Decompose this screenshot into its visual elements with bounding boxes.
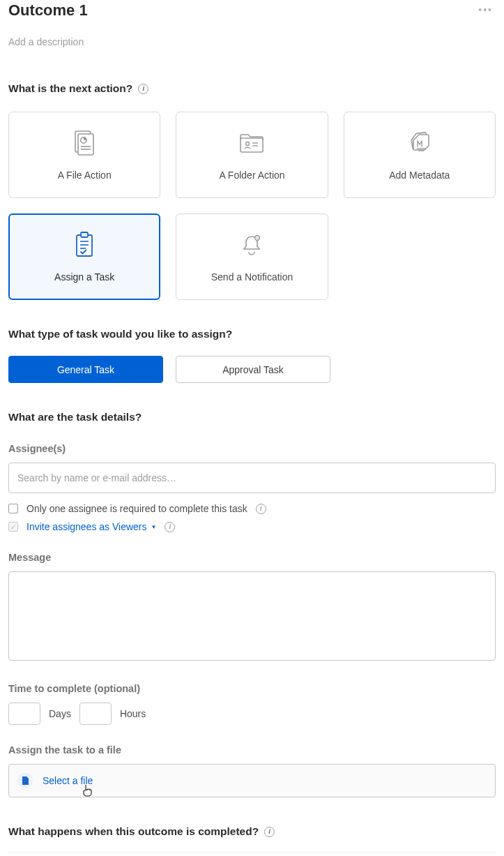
invite-assignees-row[interactable]: ✓ Invite assignees as Viewers ▼ i <box>8 521 496 532</box>
action-card-label: A File Action <box>58 170 112 181</box>
task-type-heading: What type of task would you like to assi… <box>8 328 496 340</box>
checkbox-unchecked-icon[interactable] <box>8 504 18 513</box>
hours-label: Hours <box>120 708 146 719</box>
time-to-complete-label: Time to complete (optional) <box>8 683 496 694</box>
hours-input[interactable] <box>79 703 112 725</box>
action-card-send-notification[interactable]: Send a Notification <box>176 213 328 300</box>
approval-task-button[interactable]: Approval Task <box>176 356 330 383</box>
action-card-file-action[interactable]: A File Action <box>8 112 160 198</box>
action-card-folder-action[interactable]: A Folder Action <box>176 112 328 198</box>
action-card-label: A Folder Action <box>219 170 284 181</box>
completion-heading-text: What happens when this outcome is comple… <box>8 825 259 838</box>
info-icon[interactable]: i <box>138 84 148 94</box>
task-type-heading-text: What type of task would you like to assi… <box>8 328 232 340</box>
completion-heading: What happens when this outcome is comple… <box>8 825 496 838</box>
svg-point-16 <box>255 236 260 241</box>
days-input[interactable] <box>8 703 40 725</box>
next-action-heading: What is the next action? i <box>8 82 496 95</box>
metadata-tag-icon <box>405 129 434 157</box>
assignees-input[interactable] <box>8 463 496 493</box>
task-details-heading: What are the task details? <box>8 411 496 423</box>
select-file-button[interactable]: Select a file <box>8 764 496 797</box>
file-icon <box>17 773 33 788</box>
folder-icon <box>237 129 266 157</box>
only-one-assignee-label: Only one assignee is required to complet… <box>26 503 247 514</box>
svg-rect-1 <box>78 134 93 155</box>
next-action-heading-text: What is the next action? <box>8 82 132 95</box>
info-icon[interactable]: i <box>165 522 175 532</box>
checkbox-checked-icon[interactable]: ✓ <box>8 522 18 532</box>
days-label: Days <box>49 708 71 719</box>
bell-icon <box>239 231 264 259</box>
file-document-icon <box>72 129 97 157</box>
action-card-label: Add Metadata <box>389 170 450 181</box>
assignees-label: Assignee(s) <box>8 443 496 454</box>
chevron-down-icon[interactable]: ▼ <box>151 524 157 530</box>
only-one-assignee-row[interactable]: Only one assignee is required to complet… <box>8 503 496 514</box>
description-placeholder[interactable]: Add a description <box>8 36 496 47</box>
info-icon[interactable]: i <box>264 827 275 837</box>
invite-assignees-label: Invite assignees as Viewers <box>26 521 147 532</box>
svg-rect-11 <box>77 235 92 256</box>
action-card-label: Assign a Task <box>54 271 114 283</box>
info-icon[interactable]: i <box>256 504 266 514</box>
more-options-icon[interactable]: ••• <box>478 1 496 15</box>
assign-file-label: Assign the task to a file <box>8 744 496 756</box>
action-card-label: Send a Notification <box>211 271 293 283</box>
task-details-heading-text: What are the task details? <box>8 411 142 423</box>
page-title: Outcome 1 <box>8 1 88 20</box>
action-card-assign-task[interactable]: Assign a Task <box>8 213 160 300</box>
completion-row[interactable]: ✓ When the task is completed Go to the n… <box>8 852 496 856</box>
general-task-button[interactable]: General Task <box>8 356 163 383</box>
svg-rect-12 <box>81 232 88 237</box>
cursor-pointer-icon <box>82 784 93 799</box>
action-card-add-metadata[interactable]: Add Metadata <box>344 112 496 198</box>
message-textarea[interactable] <box>8 571 496 661</box>
svg-rect-5 <box>240 138 263 152</box>
clipboard-icon <box>72 231 96 259</box>
message-label: Message <box>8 552 496 563</box>
